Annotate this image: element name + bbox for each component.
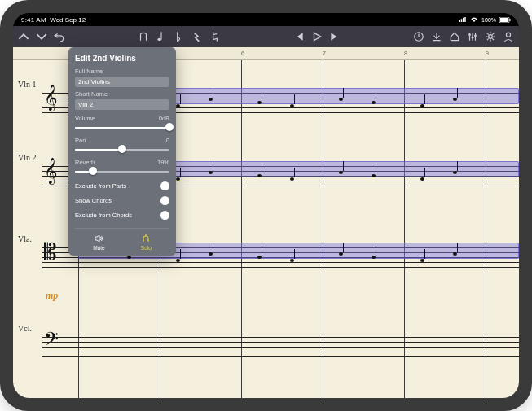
tuplet-icon[interactable] bbox=[138, 31, 149, 42]
solo-icon bbox=[141, 234, 151, 243]
staff-row[interactable]: Vcl.𝄢 bbox=[13, 313, 519, 376]
playback-controls bbox=[293, 31, 341, 42]
panel-title: Edit 2nd Violins bbox=[75, 54, 169, 63]
volume-slider[interactable] bbox=[75, 124, 169, 132]
volume-label: Volume bbox=[75, 115, 95, 122]
ruler-tick: 7 bbox=[323, 50, 326, 56]
short-name-input[interactable]: Vln 2 bbox=[75, 99, 169, 110]
note bbox=[453, 171, 457, 174]
svg-point-14 bbox=[506, 33, 510, 37]
svg-point-11 bbox=[472, 37, 474, 39]
mute-icon bbox=[94, 234, 103, 243]
svg-rect-3 bbox=[464, 17, 466, 22]
short-name-label: Short Name bbox=[75, 90, 169, 98]
ruler-tick: 6 bbox=[241, 50, 244, 56]
note bbox=[420, 177, 424, 181]
ruler-tick: 9 bbox=[486, 50, 489, 56]
screen: 9:41 AM Wed Sep 12 100% bbox=[13, 13, 519, 398]
pan-slider[interactable] bbox=[75, 146, 169, 154]
status-time: 9:41 AM Wed Sep 12 bbox=[21, 16, 86, 24]
reverb-value: 19% bbox=[157, 159, 169, 166]
full-name-input[interactable]: 2nd Violins bbox=[75, 77, 169, 87]
battery-icon bbox=[499, 17, 511, 23]
stave-lines bbox=[42, 337, 519, 360]
instrument-label: Vln 1 bbox=[18, 80, 37, 89]
pan-label: Pan bbox=[75, 137, 86, 144]
gear-icon[interactable] bbox=[485, 31, 496, 42]
exclude-chords-label: Exclude from Chords bbox=[75, 212, 132, 219]
reverb-label: Reverb bbox=[75, 159, 95, 166]
volume-value: 0dB bbox=[159, 115, 169, 122]
note bbox=[290, 259, 294, 262]
ios-statusbar: 9:41 AM Wed Sep 12 100% bbox=[13, 13, 519, 26]
play-icon[interactable] bbox=[311, 31, 323, 42]
app-toolbar bbox=[13, 26, 519, 47]
instrument-label: Vla. bbox=[18, 234, 32, 243]
svg-point-7 bbox=[157, 38, 161, 41]
svg-point-12 bbox=[474, 34, 477, 37]
note bbox=[372, 101, 376, 104]
note bbox=[257, 256, 262, 259]
pan-value: 0 bbox=[166, 137, 169, 144]
note bbox=[176, 104, 180, 107]
note bbox=[339, 171, 343, 174]
dynamic-marking: mp bbox=[46, 290, 58, 302]
note bbox=[209, 98, 213, 101]
next-icon[interactable] bbox=[329, 31, 341, 42]
exclude-parts-label: Exclude from Parts bbox=[75, 182, 126, 190]
svg-rect-0 bbox=[459, 20, 461, 22]
note-icon[interactable] bbox=[156, 31, 167, 42]
svg-rect-2 bbox=[463, 18, 464, 22]
edit-instrument-panel: Edit 2nd Violins Full Name 2nd Violins S… bbox=[68, 47, 176, 256]
note bbox=[372, 256, 376, 259]
note bbox=[372, 174, 376, 177]
instrument-label: Vcl. bbox=[18, 324, 32, 333]
svg-rect-5 bbox=[500, 18, 508, 22]
undo-icon[interactable] bbox=[54, 31, 65, 42]
reverb-slider[interactable] bbox=[75, 168, 169, 176]
notation-tools bbox=[138, 31, 221, 42]
ruler-tick: 8 bbox=[404, 50, 407, 56]
exclude-parts-toggle[interactable] bbox=[160, 181, 169, 190]
rest-icon[interactable] bbox=[191, 31, 203, 42]
show-chords-toggle[interactable] bbox=[160, 196, 169, 205]
note bbox=[420, 104, 424, 107]
note bbox=[176, 259, 180, 262]
note bbox=[127, 256, 131, 259]
chevron-up-icon[interactable] bbox=[18, 31, 29, 42]
ipad-frame: 9:41 AM Wed Sep 12 100% bbox=[0, 0, 532, 411]
profile-icon[interactable] bbox=[503, 31, 514, 42]
natural-icon[interactable] bbox=[209, 31, 221, 42]
note bbox=[257, 101, 262, 104]
mute-button[interactable]: Mute bbox=[93, 234, 104, 251]
wifi-icon bbox=[470, 17, 478, 22]
instrument-label: Vln 2 bbox=[18, 153, 37, 162]
exclude-chords-toggle[interactable] bbox=[160, 211, 169, 220]
note bbox=[176, 177, 180, 181]
note bbox=[453, 98, 457, 101]
home-icon[interactable] bbox=[449, 31, 460, 42]
status-indicators: 100% bbox=[459, 17, 511, 23]
full-name-label: Full Name bbox=[75, 68, 169, 75]
note bbox=[339, 98, 343, 101]
note bbox=[209, 252, 213, 256]
chevron-down-icon[interactable] bbox=[36, 31, 47, 42]
prev-icon[interactable] bbox=[293, 31, 305, 42]
svg-rect-1 bbox=[461, 19, 463, 22]
clock-icon[interactable] bbox=[413, 31, 424, 42]
show-chords-label: Show Chords bbox=[75, 197, 112, 204]
solo-button[interactable]: Solo bbox=[141, 234, 152, 251]
battery-level: 100% bbox=[481, 17, 496, 23]
note bbox=[339, 252, 343, 256]
download-icon[interactable] bbox=[431, 31, 442, 42]
svg-rect-6 bbox=[510, 19, 511, 21]
note bbox=[420, 259, 424, 262]
svg-point-10 bbox=[468, 33, 471, 36]
note bbox=[257, 174, 262, 177]
flat-icon[interactable] bbox=[174, 31, 185, 42]
sliders-icon[interactable] bbox=[467, 31, 478, 42]
svg-point-13 bbox=[489, 35, 493, 39]
signal-icon bbox=[459, 17, 467, 22]
note bbox=[290, 104, 294, 107]
note bbox=[453, 252, 457, 256]
